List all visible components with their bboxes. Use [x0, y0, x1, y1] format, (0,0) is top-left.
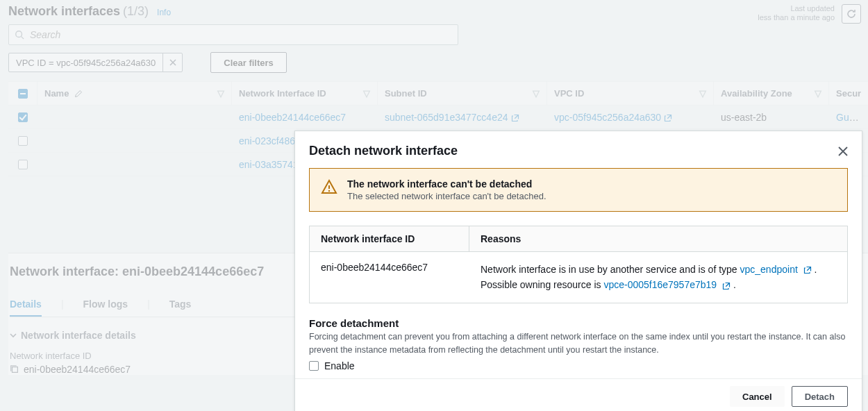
reason-text: Network interface is in use by another s… — [469, 252, 847, 303]
reasons-table: Network interface ID Reasons eni-0beeb24… — [309, 226, 848, 303]
svg-point-4 — [328, 190, 330, 192]
force-detach-title: Force detachment — [309, 317, 848, 329]
force-enable-label: Enable — [324, 360, 355, 371]
col-eni-id: Network interface ID — [310, 226, 469, 251]
force-detach-section: Force detachment Forcing detachment can … — [309, 317, 848, 372]
alert-title: The network interface can't be detached — [347, 178, 546, 190]
force-detach-desc: Forcing detachment can prevent you from … — [309, 330, 848, 357]
warning-icon — [321, 178, 337, 195]
col-reasons: Reasons — [469, 226, 847, 251]
detach-button[interactable]: Detach — [792, 386, 848, 407]
external-link-icon — [803, 266, 812, 274]
close-icon — [838, 146, 848, 156]
warning-alert: The network interface can't be detached … — [309, 168, 848, 212]
modal-footer: Cancel Detach — [295, 378, 862, 411]
force-enable-checkbox[interactable] — [309, 361, 319, 371]
cancel-button[interactable]: Cancel — [730, 386, 785, 407]
external-link-icon — [722, 282, 731, 290]
owning-resource-link[interactable]: vpce-0005f16e7957e7b19 — [603, 279, 717, 290]
reason-eni-id: eni-0beeb24144ce66ec7 — [310, 252, 469, 303]
modal-header: Detach network interface — [295, 131, 862, 168]
alert-subtitle: The selected network interface can't be … — [347, 191, 546, 201]
detach-modal: Detach network interface The network int… — [294, 131, 862, 411]
vpc-endpoint-type-link[interactable]: vpc_endpoint — [740, 264, 798, 275]
modal-close-button[interactable] — [838, 146, 848, 156]
modal-title: Detach network interface — [309, 144, 458, 158]
